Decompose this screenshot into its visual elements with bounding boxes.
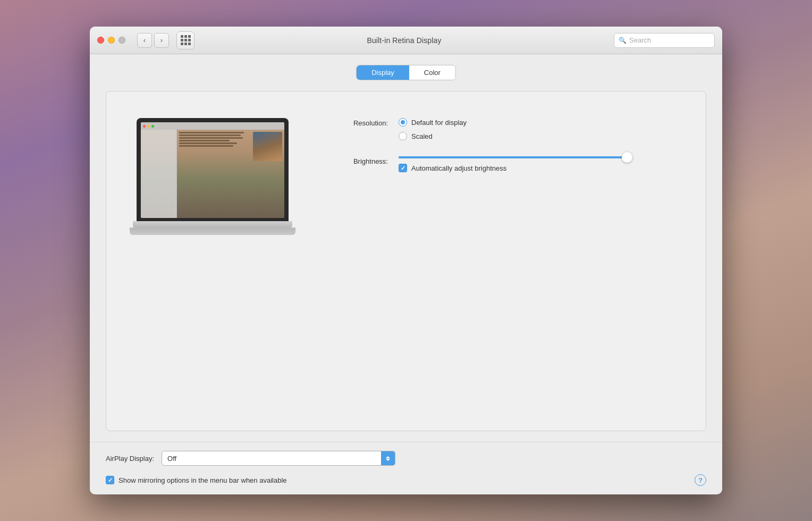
screen-content-area (141, 130, 284, 218)
radio-default-label: Default for display (411, 119, 467, 127)
resolution-row: Resolution: Default for display Scaled (329, 118, 684, 140)
resolution-controls: Default for display Scaled (399, 118, 467, 140)
check-icon: ✓ (401, 165, 405, 171)
brightness-fill (399, 156, 616, 158)
select-arrows-icon (381, 451, 395, 465)
macbook-image (133, 118, 292, 235)
settings-panel: Resolution: Default for display Scaled (329, 107, 684, 172)
bottom-bar: AirPlay Display: Off (90, 442, 722, 474)
minimize-button[interactable] (108, 37, 115, 44)
radio-scaled[interactable]: Scaled (399, 132, 467, 140)
display-preview (128, 118, 298, 235)
forward-icon: › (160, 36, 163, 44)
grid-icon (181, 35, 191, 45)
brightness-slider[interactable] (399, 156, 627, 158)
auto-brightness-checkbox[interactable]: ✓ (399, 164, 407, 172)
brightness-slider-container (399, 156, 627, 158)
brightness-row: Brightness: ✓ Automaticall (329, 156, 684, 172)
macbook-bottom (130, 228, 295, 235)
back-icon: ‹ (143, 36, 146, 44)
mirroring-check-icon: ✓ (108, 477, 113, 483)
back-button[interactable]: ‹ (137, 33, 152, 48)
tab-color[interactable]: Color (409, 65, 455, 80)
screen-sidebar (141, 130, 177, 218)
radio-scaled-label: Scaled (411, 132, 433, 140)
macbook-base (133, 221, 292, 228)
tab-bar: Display Color (106, 65, 706, 80)
arrow-up-icon (386, 456, 390, 458)
auto-brightness-row[interactable]: ✓ Automatically adjust brightness (399, 164, 627, 172)
search-icon: 🔍 (619, 37, 627, 44)
help-icon: ? (698, 476, 703, 484)
brightness-controls: ✓ Automatically adjust brightness (399, 156, 627, 172)
all-prefs-button[interactable] (176, 31, 194, 49)
radio-scaled-circle[interactable] (399, 132, 407, 140)
tab-display[interactable]: Display (357, 65, 409, 80)
radio-default-fill (401, 120, 405, 124)
screen-bezel (137, 118, 289, 221)
screen-thumbnail (253, 132, 282, 161)
airplay-value: Off (162, 455, 381, 463)
brightness-thumb[interactable] (622, 152, 632, 163)
auto-brightness-label: Automatically adjust brightness (411, 164, 506, 172)
mirroring-checkbox-row[interactable]: ✓ Show mirroring options in the menu bar… (106, 476, 287, 484)
content-area: Display Color (90, 54, 722, 442)
search-placeholder: Search (629, 36, 651, 44)
traffic-lights (97, 37, 125, 44)
screen-inner (141, 122, 284, 218)
mirroring-row: ✓ Show mirroring options in the menu bar… (106, 476, 287, 484)
brightness-label: Brightness: (329, 156, 388, 165)
system-preferences-window: ‹ › Built-in Retina Display 🔍 Search Dis… (90, 27, 722, 494)
mirroring-checkbox[interactable]: ✓ (106, 476, 114, 484)
screen-text (179, 132, 252, 216)
nav-buttons: ‹ › (137, 33, 169, 48)
titlebar: ‹ › Built-in Retina Display 🔍 Search (90, 27, 722, 54)
bottom-lower: ✓ Show mirroring options in the menu bar… (90, 474, 722, 494)
close-button[interactable] (97, 37, 104, 44)
forward-button[interactable]: › (154, 33, 169, 48)
radio-default[interactable]: Default for display (399, 118, 467, 127)
airplay-select[interactable]: Off (162, 451, 395, 466)
tab-group: Display Color (356, 65, 456, 80)
resolution-label: Resolution: (329, 118, 388, 127)
radio-default-circle[interactable] (399, 118, 407, 127)
maximize-button[interactable] (119, 37, 125, 44)
search-box[interactable]: 🔍 Search (614, 33, 715, 48)
arrow-down-icon (386, 459, 390, 461)
screen-main (177, 130, 285, 218)
main-panel: Resolution: Default for display Scaled (106, 91, 706, 431)
screen-content (141, 122, 284, 218)
help-button[interactable]: ? (695, 474, 706, 486)
screen-toolbar (141, 122, 284, 130)
window-title: Built-in Retina Display (200, 36, 608, 45)
airplay-label: AirPlay Display: (106, 455, 154, 463)
mirroring-label: Show mirroring options in the menu bar w… (119, 476, 287, 484)
